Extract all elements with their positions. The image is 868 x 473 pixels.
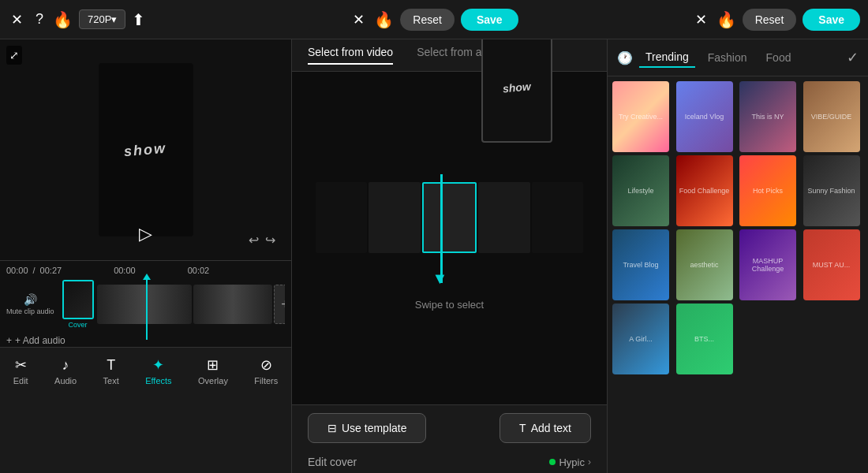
use-template-button[interactable]: ⊟ Use template [308,413,426,443]
strip-frame-5[interactable] [532,182,584,253]
template-thumb-11[interactable]: MASHUP Challenge [739,229,796,300]
add-text-t-icon: T [519,422,526,434]
brand-flame-right-icon: 🔥 [716,10,736,29]
template-thumb-10[interactable]: aesthetic [676,229,733,300]
template-thumb-1[interactable]: Try Creative... [612,81,669,152]
effects-label: Effects [145,376,171,385]
thumb-12-text: MUST AU... [813,261,850,269]
strip-frame-3-selected[interactable] [422,182,477,253]
clip-1[interactable] [97,285,192,324]
selected-show-text: show [502,80,531,95]
tool-filters[interactable]: ⊘ Filters [246,353,286,389]
help-button[interactable]: ? [32,8,47,31]
tab-select-from-video[interactable]: Select from video [308,46,393,65]
strip-frame-4[interactable] [478,182,530,253]
tool-text[interactable]: T Text [95,354,127,389]
upload-button[interactable]: ⬆ [132,10,145,29]
template-thumb-12[interactable]: MUST AU... [803,229,860,300]
thumb-10-bg: aesthetic [676,229,733,300]
thumb-10-text: aesthetic [690,261,718,269]
hypic-status-dot [549,459,556,465]
tool-effects[interactable]: ✦ Effects [137,353,179,389]
cover-thumbnail[interactable] [62,280,94,319]
expand-button[interactable]: ⤢ [6,46,22,65]
thumb-14-text: BTS... [694,335,714,343]
strip-frame-2[interactable] [369,182,421,253]
thumb-7-bg: Hot Picks [739,155,796,226]
add-clip-button[interactable]: + [274,285,285,324]
tab-food[interactable]: Food [760,48,798,67]
reset-right-button[interactable]: Reset [743,9,797,31]
select-tabs: Select from video Select from album [292,39,607,72]
center-panel: Select from video Select from album ▼ sh… [292,39,608,473]
template-thumb-13[interactable]: A Girl... [612,304,669,374]
timeline-area: 00:00 / 00:27 00:00 00:02 🔊 Mute clip au… [0,260,291,347]
save-center-button[interactable]: Save [461,9,518,31]
clock-icon: 🕐 [617,50,633,65]
chevron-right-icon: › [588,456,591,467]
template-panel-header: 🕐 Trending Fashion Food ✓ [608,39,868,76]
template-thumb-4[interactable]: VIBE/GUIDE [803,81,860,152]
cover-track: Cover [62,280,94,329]
filters-icon: ⊘ [260,356,272,374]
template-thumb-8[interactable]: Sunny Fashion [803,155,860,226]
thumb-6-text: Food Challenge [679,187,730,195]
hypic-link[interactable]: Hypic › [549,456,591,468]
edit-cover-label: Edit cover [308,456,357,468]
effects-icon: ✦ [152,356,164,374]
tab-trending[interactable]: Trending [639,47,695,68]
template-thumb-7[interactable]: Hot Picks [739,155,796,226]
clip-1-inner [97,285,192,324]
template-thumb-6[interactable]: Food Challenge [676,155,733,226]
close-center-button[interactable]: ✕ [350,8,368,32]
current-time: 00:00 [6,266,28,275]
thumb-13-bg: A Girl... [612,304,669,374]
thumb-3-bg: This is NY [739,81,796,152]
mute-button[interactable]: 🔊 [24,293,37,306]
thumb-13-text: A Girl... [629,335,653,343]
timeline-cursor [146,277,148,340]
tab-fashion[interactable]: Fashion [702,48,754,67]
tool-overlay[interactable]: ⊞ Overlay [190,353,236,389]
edit-cover-row: Edit cover Hypic › [292,451,607,473]
filmstrip [316,182,584,253]
swipe-hint: Swipe to select [415,299,484,311]
thumb-11-text: MASHUP Challenge [741,257,795,273]
undo-button[interactable]: ↩ [249,233,259,248]
reset-center-button[interactable]: Reset [400,9,455,31]
strip-frame-1[interactable] [316,182,368,253]
cover-preview: ▼ show Swipe to select [292,72,607,404]
right-panel: 🕐 Trending Fashion Food ✓ Try Creative..… [608,39,868,473]
add-audio-button[interactable]: + + Add audio [6,335,65,346]
template-grid: Try Creative... Iceland Vlog This is NY … [608,76,868,379]
tool-audio[interactable]: ♪ Audio [47,354,84,389]
top-bar-left: ✕ ? 🔥 720P▾ ⬆ [8,8,218,32]
play-button-area: ▷ [136,221,155,248]
filmstrip-container: ▼ show [316,182,584,259]
text-icon: T [107,357,115,374]
audio-label: Audio [54,376,77,385]
thumb-2-text: Iceland Vlog [685,113,724,121]
play-button[interactable]: ▷ [136,221,155,248]
template-thumb-5[interactable]: Lifestyle [612,155,669,226]
close-right-button[interactable]: ✕ [692,8,710,32]
check-icon[interactable]: ✓ [847,49,859,66]
clip-2[interactable] [193,285,272,324]
thumb-9-text: Travel Blog [623,261,658,269]
template-thumb-14[interactable]: BTS... [676,304,733,374]
bottom-toolbar: ✂ Edit ♪ Audio T Text ✦ Effects ⊞ Overla… [0,347,291,394]
template-thumb-3[interactable]: This is NY [739,81,796,152]
filters-label: Filters [254,376,278,385]
marker-2: 00:02 [188,266,210,275]
redo-button[interactable]: ↪ [265,233,275,248]
total-time: 00:27 [40,266,62,275]
template-thumb-2[interactable]: Iceland Vlog [676,81,733,152]
template-thumb-9[interactable]: Travel Blog [612,229,669,300]
resolution-button[interactable]: 720P▾ [79,9,125,29]
save-right-button[interactable]: Save [803,9,860,31]
thumb-2-bg: Iceland Vlog [676,81,733,152]
close-button[interactable]: ✕ [8,8,26,32]
thumb-3-text: This is NY [751,113,784,121]
tool-edit[interactable]: ✂ Edit [6,353,36,389]
add-text-button[interactable]: T Add text [499,413,591,443]
